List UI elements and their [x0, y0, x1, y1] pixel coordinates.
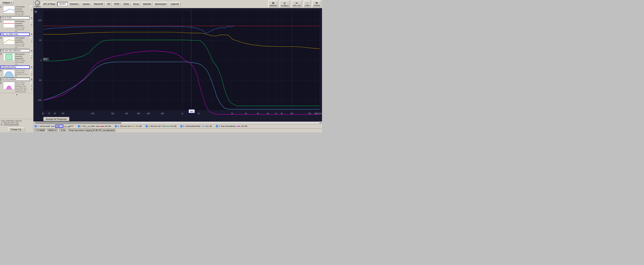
- svg-text:2k: 2k: [198, 112, 200, 115]
- change-cal-button[interactable]: Change Cal...: [8, 128, 25, 132]
- legend-checkbox-6[interactable]: [216, 125, 218, 127]
- legend-value-5: 80.1 dB: [206, 125, 212, 127]
- toolbar: Capture SPL & Phase All SPL Distortion I…: [34, 0, 322, 8]
- legend-label-6: final mid prediction: [221, 125, 236, 127]
- separate-button[interactable]: ⊞ Separate: [268, 0, 278, 7]
- sidebar: Collapse « 1 mid impulse inversion exper…: [0, 0, 34, 132]
- item-icon-extra[interactable]: ≡: [30, 88, 33, 90]
- legend-item-3: 3: Flat over mid 71.5 dB: [115, 125, 142, 127]
- legend-checkbox-5[interactable]: [180, 125, 182, 127]
- capture-button[interactable]: Capture: [34, 0, 40, 8]
- scrollbars-icon: ⧈: [284, 2, 286, 5]
- legend-area: 1: mid at mouth 12.1 dBINVC 2: Flat__to_…: [34, 124, 322, 128]
- tab-spectrogram[interactable]: Spectrogram: [153, 2, 168, 6]
- legend-num-3: 3:: [118, 125, 119, 127]
- item-icon-graph[interactable]: 📊: [30, 82, 33, 84]
- scrollbars-button[interactable]: ⧈ Scrollbars: [280, 0, 290, 8]
- tab-all-spl[interactable]: All SPL: [57, 2, 68, 6]
- chart-scrollbar: ◄ ►: [34, 122, 322, 124]
- legend-filter-input-1[interactable]: [55, 125, 63, 128]
- item-sub2: Soundcard: with tascam soundc: [15, 89, 30, 92]
- item-date: Apr 18, 2016 4:27:45 PM: [15, 12, 30, 16]
- freq-axis-label: Freq. Axis: [293, 4, 301, 6]
- item-delete-button[interactable]: ✕: [30, 33, 33, 36]
- item-name-input[interactable]: [0, 33, 30, 36]
- item-icon-graph[interactable]: 📊: [30, 70, 33, 72]
- svg-text:-100: -100: [38, 99, 42, 102]
- scroll-right-button[interactable]: ►: [319, 122, 322, 124]
- tab-clarity[interactable]: Clarity: [122, 2, 131, 6]
- tab-spl-phase[interactable]: SPL & Phase: [42, 2, 57, 6]
- status-peak-info: Peak input before clipping 86 dB SPL (un…: [68, 129, 116, 132]
- trace-info-text: Trace Arithmetic A times BA = flat over …: [1, 120, 32, 126]
- limits-button[interactable]: ↕ Limits: [304, 0, 311, 7]
- item-delete-button[interactable]: ✕: [30, 49, 33, 52]
- legend-color-5: [201, 126, 205, 127]
- item-thumbnail: [3, 20, 15, 28]
- tab-impulse[interactable]: Impulse: [81, 2, 92, 6]
- item-icon-edit[interactable]: ✏: [30, 85, 33, 88]
- item-icon-graph[interactable]: 📊: [30, 53, 33, 56]
- item-name-input[interactable]: [0, 49, 30, 52]
- scrollbar-thumb[interactable]: [36, 122, 121, 124]
- svg-text:100: 100: [61, 112, 64, 115]
- item-name-input[interactable]: [0, 66, 30, 69]
- freq-axis-button[interactable]: ⇔ Freq. Axis: [292, 0, 302, 7]
- item-number: 4: [0, 53, 3, 55]
- item-icon-edit[interactable]: ✏: [30, 56, 33, 59]
- item-number: 3: [0, 37, 3, 39]
- right-toolbar: ⊞ Separate ⧈ Scrollbars ⇔ Freq. Axis ↕ L…: [268, 0, 321, 8]
- item-icon-edit[interactable]: ✏: [30, 9, 33, 12]
- tab-waterfall[interactable]: Waterfall: [141, 2, 153, 6]
- item-icon-graph[interactable]: 📊: [30, 37, 33, 40]
- legend-checkbox-4[interactable]: [146, 125, 148, 127]
- legend-item-5: 5: midPassBandFilter 80.1 dB: [180, 125, 212, 127]
- svg-text:50: 50: [39, 39, 42, 42]
- item-number: 2: [0, 20, 3, 22]
- tab-captured[interactable]: Captured: [169, 2, 181, 6]
- controls-label: Controls: [313, 4, 320, 6]
- item-icon-edit[interactable]: ✏: [30, 40, 33, 42]
- item-name-input[interactable]: [0, 78, 30, 81]
- collapse-label: Collapse: [2, 2, 10, 4]
- legend-item-4: 4: flat over mid * mid 83.5 dB: [146, 125, 176, 127]
- sidebar-scroll-down[interactable]: ▼: [16, 94, 18, 96]
- tab-distortion[interactable]: Distortion: [68, 2, 80, 6]
- item-icon-graph[interactable]: 📊: [30, 6, 33, 8]
- status-sample-rate: 96000 Hz: [48, 129, 58, 132]
- legend-row-1: 1: mid at mouth 12.1 dBINVC 2: Flat__to_…: [35, 125, 321, 128]
- item-icon-edit[interactable]: ✏: [30, 73, 33, 76]
- legend-value-4: 83.5 dB: [170, 125, 176, 127]
- controls-button[interactable]: ⚙ Controls: [312, 0, 321, 7]
- item-icon-graph[interactable]: 📊: [30, 20, 33, 23]
- item-number: 6: [0, 82, 3, 84]
- item-icon-edit[interactable]: ✏: [30, 23, 33, 26]
- controls-icon: ⚙: [316, 2, 318, 4]
- legend-checkbox-1[interactable]: [35, 125, 37, 127]
- avg-button-label[interactable]: Average the Responses: [46, 118, 67, 120]
- item-delete-button[interactable]: ✕: [30, 66, 33, 68]
- legend-checkbox-3[interactable]: [115, 125, 117, 127]
- tab-decay[interactable]: Decay: [131, 2, 141, 6]
- scroll-left-button[interactable]: ◄: [34, 122, 36, 124]
- tab-gd[interactable]: GD: [105, 2, 112, 6]
- item-delete-button[interactable]: ✕: [30, 16, 33, 19]
- item-thumbnail: [3, 53, 15, 61]
- scrollbar-track[interactable]: [36, 122, 319, 124]
- legend-checkbox-2[interactable]: [78, 125, 80, 127]
- item-date: Dec 27, 2019 10:53:31 AM: [15, 43, 30, 47]
- capture-icon: [35, 0, 40, 6]
- tab-rt60[interactable]: RT60: [112, 2, 121, 6]
- list-item: 2 mid impulse inversion experimen Dec 27…: [0, 20, 33, 36]
- legend-color-6: [237, 126, 240, 127]
- list-item: 5 Dec 27, 2019 10:58:58 AM Mic/Meter: No…: [0, 69, 33, 82]
- item-number: 1: [0, 6, 3, 8]
- capture-label: Capture: [34, 6, 40, 8]
- svg-text:500: 500: [137, 112, 140, 115]
- item-date: Dec 27, 2019 10:54:06 AM: [15, 60, 30, 63]
- collapse-button[interactable]: Collapse «: [1, 1, 14, 4]
- item-name-input[interactable]: [0, 16, 30, 19]
- item-delete-button[interactable]: ✕: [30, 78, 33, 81]
- tab-filtered-ir[interactable]: Filtered IR: [92, 2, 105, 6]
- item-thumbnail: [3, 6, 15, 13]
